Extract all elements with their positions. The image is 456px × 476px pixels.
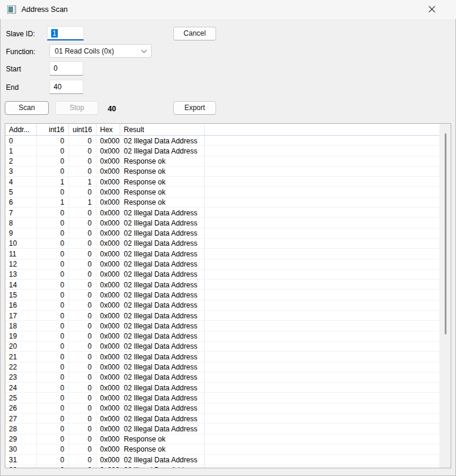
table-cell: 0x0000 xyxy=(96,372,120,382)
header-cell[interactable]: Hex xyxy=(96,124,120,135)
slave-id-label: Slave ID: xyxy=(6,30,35,38)
table-cell: 10 xyxy=(5,239,37,248)
table-cell: 15 xyxy=(5,290,37,299)
table-row[interactable]: 23000x000002 Illegal Data Address xyxy=(5,372,439,383)
table-cell: 0 xyxy=(37,259,69,269)
table-cell: 0x0000 xyxy=(96,259,120,269)
table-row[interactable]: 31000x000002 Illegal Data Address xyxy=(5,455,439,465)
chevron-down-icon xyxy=(141,47,147,53)
title-bar: Address Scan xyxy=(0,0,456,19)
table-cell: 0 xyxy=(37,270,69,279)
table-row[interactable]: 13000x000002 Illegal Data Address xyxy=(5,270,439,280)
table-row[interactable]: 18000x000002 Illegal Data Address xyxy=(5,321,439,331)
table-cell: 6 xyxy=(5,198,37,207)
table-cell: 02 Illegal Data Address xyxy=(120,331,205,341)
table-cell: 0x0000 xyxy=(96,465,120,468)
table-cell: 0x0000 xyxy=(96,290,120,299)
table-cell: 24 xyxy=(5,383,37,392)
cancel-button[interactable]: Cancel xyxy=(173,27,216,40)
scrollbar-thumb[interactable] xyxy=(445,133,446,334)
table-cell: 0x0000 xyxy=(96,270,120,279)
table-row[interactable]: 21000x000002 Illegal Data Address xyxy=(5,352,439,362)
table-cell: 0x0000 xyxy=(96,414,120,423)
table-row[interactable]: 5000x0000Response ok xyxy=(5,187,439,197)
table-row[interactable]: 29000x0000Response ok xyxy=(5,434,439,444)
table-cell: 02 Illegal Data Address xyxy=(120,403,205,413)
start-input[interactable] xyxy=(49,61,83,76)
table-cell: 1 xyxy=(5,146,37,155)
function-select[interactable]: 01 Read Coils (0x) xyxy=(49,44,152,58)
table-cell: Response ok xyxy=(120,198,205,207)
table-cell: 0 xyxy=(37,156,69,166)
table-row[interactable]: 28000x000002 Illegal Data Address xyxy=(5,424,439,434)
table-cell: 0 xyxy=(37,362,69,372)
table-row[interactable]: 19000x000002 Illegal Data Address xyxy=(5,331,439,342)
table-cell: 0 xyxy=(37,383,69,392)
table-row[interactable]: 11000x000002 Illegal Data Address xyxy=(5,249,439,259)
table-cell: 02 Illegal Data Address xyxy=(120,208,205,217)
table-row[interactable]: 27000x000002 Illegal Data Address xyxy=(5,414,439,424)
table-cell: 02 Illegal Data Address xyxy=(120,311,205,320)
table-row[interactable]: 1000x000002 Illegal Data Address xyxy=(5,146,439,156)
table-cell: 20 xyxy=(5,342,37,351)
slave-id-input[interactable]: 1 xyxy=(47,26,84,40)
table-row[interactable]: 24000x000002 Illegal Data Address xyxy=(5,383,439,393)
table-row[interactable]: 3000x0000Response ok xyxy=(5,167,439,177)
table-row[interactable]: 9000x000002 Illegal Data Address xyxy=(5,228,439,239)
scan-button[interactable]: Scan xyxy=(5,101,49,115)
table-cell: 0 xyxy=(37,187,69,196)
table-row[interactable]: 0000x000002 Illegal Data Address xyxy=(5,136,439,146)
table-cell: 0 xyxy=(37,290,69,299)
header-cell[interactable]: Addr... xyxy=(5,124,37,135)
table-cell: 02 Illegal Data Address xyxy=(120,300,205,310)
table-row[interactable]: 16000x000002 Illegal Data Address xyxy=(5,300,439,311)
table-cell: 0 xyxy=(37,352,69,361)
table-row[interactable]: 15000x000002 Illegal Data Address xyxy=(5,290,439,300)
table-cell: 14 xyxy=(5,280,37,289)
end-input[interactable] xyxy=(49,80,83,94)
table-row[interactable]: 4110x0001Response ok xyxy=(5,177,439,187)
close-button[interactable] xyxy=(418,0,445,18)
table-cell: Response ok xyxy=(120,434,205,444)
table-row[interactable]: 12000x000002 Illegal Data Address xyxy=(5,259,439,270)
table-cell: 02 Illegal Data Address xyxy=(120,228,205,238)
table-row[interactable]: 7000x000002 Illegal Data Address xyxy=(5,208,439,218)
table-cell: 02 Illegal Data Address xyxy=(120,136,205,145)
table-row[interactable]: 6110x0001Response ok xyxy=(5,198,439,208)
vertical-scrollbar[interactable] xyxy=(439,124,451,468)
table-cell: 23 xyxy=(5,372,37,382)
table-cell: 0 xyxy=(37,455,69,464)
table-cell: 0 xyxy=(69,352,96,361)
table-row[interactable]: 32000x000002 Illegal Data Address xyxy=(5,465,439,468)
table-cell: 02 Illegal Data Address xyxy=(120,218,205,227)
slave-id-selected-text: 1 xyxy=(51,29,58,37)
header-cell[interactable]: int16 xyxy=(37,124,69,135)
table-cell: Response ok xyxy=(120,177,205,186)
table-row[interactable]: 14000x000002 Illegal Data Address xyxy=(5,280,439,290)
table-cell: 0 xyxy=(69,342,96,351)
table-row[interactable]: 22000x000002 Illegal Data Address xyxy=(5,362,439,372)
table-cell: 0 xyxy=(69,414,96,423)
table-row[interactable]: 25000x000002 Illegal Data Address xyxy=(5,393,439,403)
table-row[interactable]: 26000x000002 Illegal Data Address xyxy=(5,403,439,414)
table-cell: 0 xyxy=(37,331,69,341)
header-cell[interactable]: Result xyxy=(120,124,205,135)
table-cell: 0 xyxy=(69,444,96,454)
table-row[interactable]: 2000x0000Response ok xyxy=(5,156,439,167)
table-cell: 0x0000 xyxy=(96,331,120,341)
table-row[interactable]: 20000x000002 Illegal Data Address xyxy=(5,342,439,352)
export-button[interactable]: Export xyxy=(173,101,216,115)
table-cell: 0x0001 xyxy=(96,177,120,186)
header-cell[interactable]: uint16 xyxy=(69,124,96,135)
table-cell: 28 xyxy=(5,424,37,433)
table-row[interactable]: 8000x000002 Illegal Data Address xyxy=(5,218,439,228)
table-row[interactable]: 10000x000002 Illegal Data Address xyxy=(5,239,439,249)
table-cell: 02 Illegal Data Address xyxy=(120,372,205,382)
table-cell: 0x0000 xyxy=(96,249,120,258)
table-cell: 25 xyxy=(5,393,37,402)
table-cell: 13 xyxy=(5,270,37,279)
table-cell: 0 xyxy=(69,372,96,382)
window-title: Address Scan xyxy=(21,5,68,14)
table-row[interactable]: 17000x000002 Illegal Data Address xyxy=(5,311,439,321)
table-row[interactable]: 30000x0000Response ok xyxy=(5,444,439,455)
